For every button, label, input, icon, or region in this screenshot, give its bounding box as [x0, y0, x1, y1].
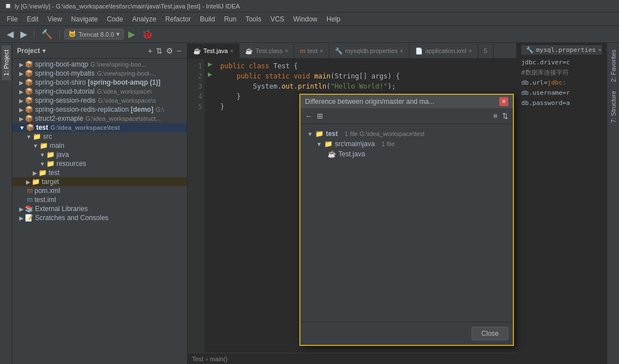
run-config[interactable]: 🐱 Tomcat 8.0.0 ▾ — [64, 29, 124, 40]
build-button[interactable]: 🔨 — [39, 28, 55, 41]
modal-tree-child[interactable]: ▼ 📁 src\main\java 1 file — [305, 139, 508, 149]
side-tab-favorites[interactable]: 2: Favorites — [609, 45, 618, 86]
menu-refactor[interactable]: Refactor — [161, 14, 195, 24]
panel-dropdown-icon[interactable]: ▾ — [42, 47, 46, 55]
panel-gear-icon[interactable]: ⚙ — [165, 46, 175, 56]
item-label: spring-session-redis — [35, 97, 95, 104]
prop-line-4: db.username=r — [521, 88, 602, 98]
item-path: G:\new\spring-boot-... — [97, 70, 156, 77]
tab-mysqldb[interactable]: 🔧 mysqldb.properties × — [329, 43, 409, 58]
close-icon[interactable]: × — [469, 48, 472, 54]
modal-root-icon: 📁 — [315, 130, 324, 138]
menu-file[interactable]: File — [2, 14, 22, 24]
tab-application-xml[interactable]: 📄 application.xml × — [409, 43, 478, 58]
menu-tools[interactable]: Tools — [241, 14, 266, 24]
modal-toolbar: ← ⊞ ≡ ⇅ — [300, 108, 513, 124]
tree-item-spring-boot-amqp[interactable]: ▶ 📦 spring-boot-amqp G:\new\spring-boo..… — [12, 60, 187, 69]
right-tab-close[interactable]: × — [598, 47, 601, 53]
folder-icon: 📁 — [40, 142, 48, 150]
run-line-1-icon[interactable]: ▶ — [208, 61, 212, 67]
breadcrumb-test[interactable]: Test — [192, 356, 203, 362]
modal-child-arrow: ▼ — [316, 141, 322, 147]
tree-item-main[interactable]: ▼ 📁 main — [12, 141, 187, 150]
tree-item-pom[interactable]: m pom.xml — [12, 186, 187, 195]
close-icon[interactable]: × — [285, 48, 289, 54]
code-line-2: public static void main(String[] args) { — [220, 71, 512, 81]
close-icon[interactable]: × — [320, 48, 323, 54]
collapse-arrow: ▶ — [19, 116, 24, 122]
tree-item-external-libraries[interactable]: ▶ 📚 External Libraries — [12, 204, 187, 213]
tree-item-test-folder[interactable]: ▶ 📁 test — [12, 168, 187, 177]
tree-item-spring-cloud-tutorial[interactable]: ▶ 📦 spring-cloud-tutorial G:\idea_worksp… — [12, 87, 187, 96]
line-num-3: 3 — [190, 81, 202, 91]
tab-test-class[interactable]: ☕ Test.class × — [239, 43, 294, 58]
run-button[interactable]: ▶ — [126, 28, 137, 41]
item-label: src — [43, 133, 52, 141]
modal-file-icon: ☕ — [328, 150, 336, 158]
tree-item-src[interactable]: ▼ 📁 src — [12, 132, 187, 141]
modal-tree-root[interactable]: ▼ 📁 test 1 file G:\idea_workspace\test — [305, 129, 508, 139]
tree-item-spring-boot-shiro[interactable]: ▶ 📦 spring-boot-shiro [spring-boot-amqp … — [12, 78, 187, 87]
debug-button[interactable]: 🐞 — [140, 28, 155, 41]
tab-num5[interactable]: 5 — [478, 43, 494, 58]
modal-toolbar-left[interactable]: ← — [305, 112, 312, 120]
menu-navigate[interactable]: Navigate — [67, 14, 102, 24]
side-tab-project[interactable]: 1: Project — [2, 45, 11, 80]
menu-edit[interactable]: Edit — [22, 14, 43, 24]
tree-item-java[interactable]: ▼ 📁 java — [12, 150, 187, 159]
menu-help[interactable]: Help — [322, 14, 345, 24]
m-tab-icon: m — [300, 47, 305, 54]
tomcat-icon: 🐱 — [68, 30, 76, 38]
side-tab-structure[interactable]: 7: Structure — [609, 86, 618, 128]
menu-view[interactable]: View — [43, 14, 67, 24]
panel-minimize-icon[interactable]: − — [176, 46, 182, 56]
tree-item-spring-boot-mybatis[interactable]: ▶ 📦 spring-boot-mybatis G:\new\spring-bo… — [12, 69, 187, 78]
menu-build[interactable]: Build — [195, 14, 220, 24]
menu-run[interactable]: Run — [220, 14, 241, 24]
run-line-2-icon[interactable]: ▶ — [208, 71, 212, 77]
tree-item-test-root[interactable]: ▼ 📦 test G:\idea_workspace\test — [12, 123, 187, 132]
tree-item-struct2[interactable]: ▶ 📦 struct2-exmaple G:\idea_workspace\st… — [12, 114, 187, 123]
collapse-arrow: ▶ — [33, 170, 37, 176]
collapse-arrow: ▶ — [19, 80, 24, 86]
modal-toolbar-filter[interactable]: ⇅ — [502, 112, 508, 120]
item-label: Scratches and Consoles — [35, 214, 108, 222]
forward-button[interactable]: ▶ — [18, 28, 29, 41]
panel-add-icon[interactable]: + — [147, 46, 154, 56]
collapse-arrow: ▶ — [19, 98, 24, 104]
tab-label: 5 — [484, 47, 487, 54]
close-icon[interactable]: × — [230, 48, 233, 54]
tab-test-java[interactable]: ☕ Test.java × — [188, 43, 239, 58]
prop-line-2: #数据库连接字符 — [521, 68, 602, 78]
close-icon[interactable]: × — [400, 48, 403, 54]
modal-close-button[interactable]: × — [499, 97, 508, 106]
tab-m-test[interactable]: m test × — [294, 43, 329, 58]
modal-footer: Close — [300, 322, 513, 345]
modal-close-dialog-button[interactable]: Close — [472, 327, 508, 340]
editor-breadcrumb: Test › main() — [188, 353, 516, 364]
tree-item-iml[interactable]: m test.iml — [12, 195, 187, 204]
tree-item-resources[interactable]: ▼ 📁 resources — [12, 159, 187, 168]
panel-expand-icon[interactable]: ⇅ — [155, 46, 164, 56]
tree-item-target[interactable]: ▶ 📁 target — [12, 177, 187, 186]
toolbar-sep-2 — [59, 30, 60, 39]
menu-vcs[interactable]: VCS — [266, 14, 289, 24]
collapse-arrow: ▼ — [40, 152, 45, 158]
breadcrumb-main[interactable]: main() — [210, 356, 228, 362]
menu-analyze[interactable]: Analyze — [128, 14, 161, 24]
modal-toolbar-sort[interactable]: ≡ — [493, 112, 498, 120]
top-toolbar: ◀ ▶ 🔨 🐱 Tomcat 8.0.0 ▾ ▶ 🐞 — [0, 26, 619, 43]
menu-window[interactable]: Window — [289, 14, 322, 24]
right-panel: 🔧 mysql.properties × G jdbc.driver=c #数据… — [516, 43, 607, 364]
tree-item-scratches[interactable]: ▶ 📝 Scratches and Consoles — [12, 213, 187, 222]
back-button[interactable]: ◀ — [5, 28, 16, 41]
tab-label: mysqldb.properties — [345, 47, 398, 54]
collapse-arrow: ▶ — [19, 107, 24, 113]
menu-code[interactable]: Code — [102, 14, 128, 24]
tree-item-spring-session-redis[interactable]: ▶ 📦 spring-session-redis G:\idea_workspa… — [12, 96, 187, 105]
tree-item-spring-session-redis-rep[interactable]: ▶ 📦 spring-session-redis-replication [de… — [12, 105, 187, 114]
modal-toolbar-grid[interactable]: ⊞ — [317, 112, 323, 120]
modal-tree-file[interactable]: ☕ Test.java — [305, 149, 508, 159]
module-icon: 📦 — [25, 69, 33, 77]
right-panel-tab[interactable]: 🔧 mysql.properties × G — [521, 45, 602, 55]
